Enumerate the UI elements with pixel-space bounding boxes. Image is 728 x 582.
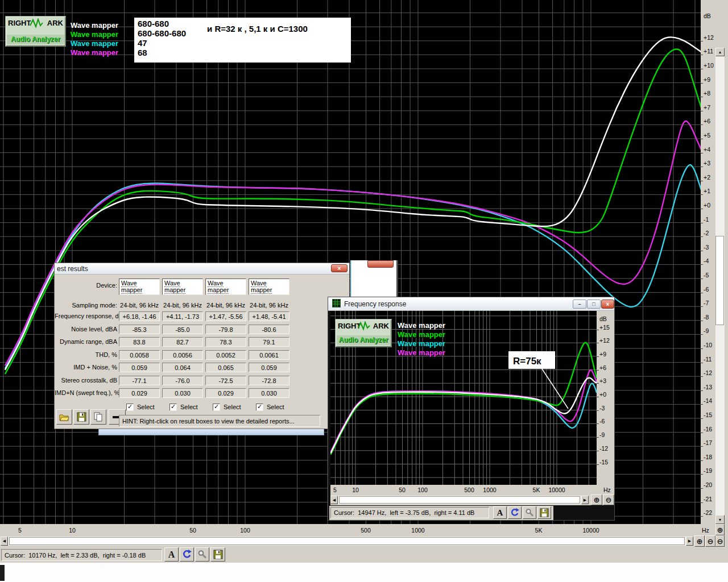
vertical-zoom-out-button[interactable]: ⊖ [715, 535, 725, 547]
background-window-close-button[interactable] [367, 260, 394, 268]
x-tick-label: 10000 [580, 527, 602, 534]
zoom-out-button[interactable]: ⊖ [603, 494, 614, 505]
save-button[interactable] [537, 506, 551, 519]
inset-hscroll-track[interactable] [338, 496, 581, 504]
minimize-button[interactable]: – [573, 300, 586, 309]
y-tick-label: -5 [704, 272, 709, 278]
refresh-button[interactable] [180, 547, 194, 562]
result-value[interactable]: -85.0 [162, 325, 203, 334]
result-value[interactable]: 0.030 [249, 388, 289, 398]
select-checkbox[interactable]: ✓ [213, 404, 220, 411]
result-value[interactable]: 0.0052 [205, 350, 246, 360]
device-combo[interactable]: Wave mapper [119, 278, 160, 295]
result-value[interactable]: 0.065 [205, 363, 246, 372]
device-combo[interactable]: Wave mapper [162, 278, 203, 295]
result-value[interactable]: 0.059 [119, 363, 160, 372]
y-tick-mark [701, 251, 703, 251]
result-value[interactable]: 0.0058 [119, 350, 160, 360]
zoom-in-button[interactable]: ⊕ [591, 494, 602, 505]
result-value[interactable]: 0.064 [162, 363, 203, 372]
refresh-button[interactable] [508, 506, 522, 519]
result-value[interactable]: +6.18, -1.46 [119, 311, 160, 321]
result-value[interactable]: 82.7 [162, 337, 203, 347]
scroll-right-button[interactable]: ▶ [581, 496, 589, 504]
y-tick-label: -1 [704, 216, 709, 223]
copy-pages-icon [93, 412, 104, 422]
test-results-window: est results × Device: Wave mapperWave ma… [54, 263, 350, 429]
settings-button[interactable] [195, 547, 209, 562]
result-value[interactable]: -80.6 [249, 325, 289, 334]
y-tick-label: -21 [704, 496, 712, 502]
select-checkbox[interactable]: ✓ [169, 404, 177, 411]
logo-text-right: ARK [373, 322, 389, 330]
result-value[interactable]: -79.8 [205, 325, 246, 334]
y-tick-mark [597, 383, 599, 384]
y-tick-mark [701, 363, 703, 363]
freq-window-titlebar[interactable]: Frequency response – □ × [328, 297, 614, 311]
select-checkbox[interactable]: ✓ [256, 404, 263, 411]
freq-window-title: Frequency response [344, 300, 406, 308]
maximize-button[interactable]: □ [587, 300, 601, 309]
y-tick-mark [597, 397, 599, 397]
freq-window-close-button[interactable]: × [601, 300, 614, 309]
test-results-close-button[interactable]: × [331, 264, 348, 272]
vertical-zoom-in-button[interactable]: ⊕ [715, 524, 725, 535]
copy-results-button[interactable] [90, 409, 106, 425]
result-value[interactable]: -72.8 [249, 376, 289, 385]
select-checkbox[interactable]: ✓ [126, 404, 134, 411]
result-value[interactable]: 0.059 [249, 363, 289, 372]
result-row-label: Stereo crosstalk, dB [55, 377, 117, 384]
main-y-axis-unit: dB [704, 13, 711, 19]
vscroll-thumb[interactable] [715, 236, 724, 325]
result-row-label: Frequency response, dB [55, 313, 117, 319]
result-value[interactable]: +1.48, -5.41 [249, 311, 289, 321]
result-value[interactable]: -85.3 [119, 325, 160, 334]
hscroll-thumb[interactable] [339, 496, 580, 504]
main-hscroll-track[interactable] [8, 537, 686, 546]
device-combo[interactable]: Wave mapper [249, 278, 289, 295]
scroll-left-button[interactable]: ◀ [330, 496, 338, 504]
scroll-down-button[interactable]: ▼ [715, 515, 725, 524]
device-combo[interactable]: Wave mapper [205, 278, 246, 295]
result-row-label: IMD+N (swept freq.), % [55, 389, 117, 396]
result-value[interactable]: -76.0 [162, 376, 203, 385]
legend-value: 680-680-680 [138, 28, 186, 38]
result-value[interactable]: -72.5 [205, 376, 246, 385]
test-results-titlebar[interactable]: est results × [55, 263, 349, 275]
scroll-up-button[interactable]: ▲ [715, 48, 725, 56]
result-value[interactable]: 0.0056 [162, 350, 203, 360]
save-button[interactable] [210, 547, 225, 562]
scroll-right-button[interactable]: ▶ [686, 537, 693, 546]
settings-button[interactable] [523, 506, 536, 519]
floppy-save-icon [77, 412, 86, 422]
horizontal-zoom-in-button[interactable]: ⊕ [694, 535, 705, 547]
result-value[interactable]: +4.11, -1.73 [162, 311, 203, 321]
result-value[interactable]: 0.030 [162, 388, 203, 398]
sampling-mode-value: 24-bit, 96 kHz [205, 302, 246, 309]
hscroll-thumb[interactable] [9, 537, 685, 545]
main-vertical-scrollbar[interactable]: ▲ ▼ [715, 48, 725, 524]
y-tick-mark [701, 418, 703, 419]
font-button[interactable]: A [164, 547, 179, 562]
result-value[interactable]: 83.8 [119, 337, 160, 347]
x-tick-label: 500 [458, 487, 481, 493]
result-value[interactable]: 78.3 [205, 337, 246, 347]
horizontal-zoom-out-button[interactable]: ⊖ [705, 535, 715, 547]
result-value[interactable]: +1.47, -5.56 [205, 311, 246, 321]
y-tick-mark [701, 278, 703, 279]
scroll-left-button[interactable]: ◀ [1, 537, 8, 546]
result-value[interactable]: -77.1 [119, 376, 160, 385]
result-value[interactable]: 0.029 [205, 388, 246, 398]
x-tick-label: 100 [234, 527, 257, 534]
load-results-button[interactable] [56, 409, 72, 425]
result-value[interactable]: 0.0061 [249, 350, 289, 360]
result-value[interactable]: 0.029 [119, 388, 160, 398]
save-results-button[interactable] [73, 409, 89, 425]
y-tick-label: -2 [704, 230, 709, 236]
result-value[interactable]: 79.1 [249, 337, 289, 347]
x-tick-label: 5 [9, 527, 31, 534]
x-tick-label: 100 [411, 487, 434, 493]
font-button[interactable]: A [493, 506, 507, 519]
y-tick-label: -11 [704, 356, 712, 363]
y-tick-mark [701, 433, 703, 433]
